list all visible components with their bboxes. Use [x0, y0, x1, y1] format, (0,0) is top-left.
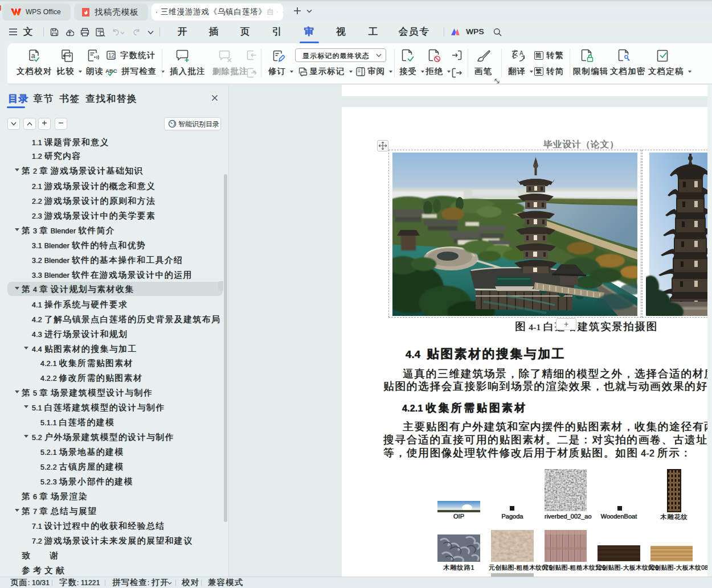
svg-text:a: a [31, 51, 36, 60]
svg-text:A: A [519, 50, 523, 56]
svg-text:+: + [113, 56, 116, 61]
